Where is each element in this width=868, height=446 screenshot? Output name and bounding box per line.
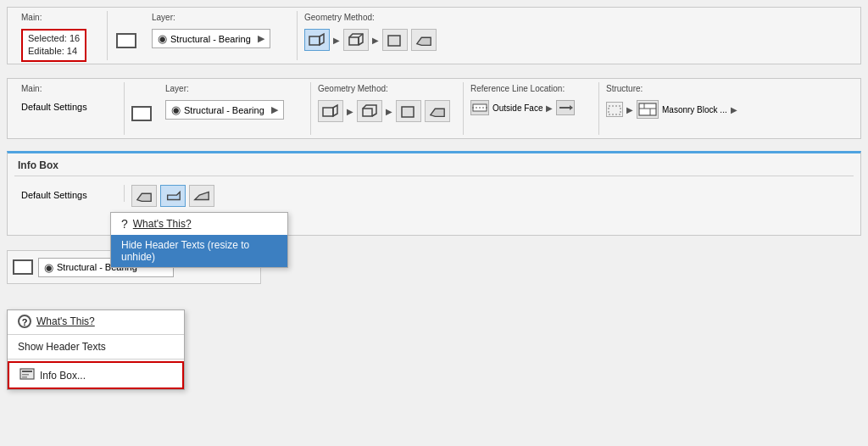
selected-editable-box: Selected: 16 Editable: 14 bbox=[21, 29, 86, 62]
geometry-label-2: Geometry Method: bbox=[318, 84, 456, 93]
svg-rect-9 bbox=[402, 107, 414, 117]
whatsthis-item-infobox[interactable]: ? What's This? bbox=[111, 213, 287, 235]
hide-header-label: Hide Header Texts (resize to unhide) bbox=[121, 239, 277, 263]
infobox-title: Info Box bbox=[14, 157, 854, 176]
structure-arrow: ▶ bbox=[626, 105, 633, 114]
dropdown-arrow: ▶ bbox=[258, 33, 264, 44]
context-menu-bottom: ? What's This? Show Header Texts Info Bo… bbox=[7, 309, 185, 390]
main-section: Main: Selected: 16 Editable: 14 bbox=[14, 11, 108, 60]
geo-icons-top: ▶ ▶ bbox=[304, 29, 460, 51]
question-icon-bottom: ? bbox=[18, 315, 31, 328]
svg-marker-7 bbox=[333, 105, 337, 116]
shape-icon-bottom[interactable] bbox=[13, 259, 33, 275]
infobox-geo-2[interactable] bbox=[160, 185, 186, 207]
geo-icons-2: ▶ ▶ bbox=[318, 100, 456, 122]
svg-rect-14 bbox=[609, 106, 620, 114]
question-icon-infobox: ? bbox=[121, 217, 128, 231]
masonry-arrow: ▶ bbox=[731, 105, 737, 114]
geo-icon-2-3[interactable] bbox=[396, 100, 421, 122]
geo-icon-1[interactable] bbox=[304, 29, 330, 51]
whatsthis-item-bottom[interactable]: ? What's This? bbox=[8, 310, 184, 332]
svg-rect-20 bbox=[22, 371, 32, 372]
geo-arrow-2-2: ▶ bbox=[386, 107, 392, 116]
masonry-icon bbox=[637, 100, 659, 119]
geometry-section-2: Geometry Method: ▶ ▶ bbox=[311, 82, 464, 135]
layer-dropdown-top[interactable]: ◉ Structural - Bearing ▶ bbox=[152, 29, 270, 48]
geo-icon-4[interactable] bbox=[411, 29, 437, 51]
geometry-section-top: Geometry Method: ▶ ▶ bbox=[298, 11, 467, 60]
main-label-2: Main: bbox=[21, 84, 117, 93]
geo-arrow-2-1: ▶ bbox=[347, 107, 353, 116]
structure-icon-1 bbox=[606, 102, 623, 117]
second-panel: Main: Default Settings Layer: ◉ Structur… bbox=[7, 78, 861, 139]
context-menu-infobox: ? What's This? Hide Header Texts (resize… bbox=[110, 212, 288, 268]
infobox-main-section: Default Settings bbox=[14, 185, 125, 202]
shape-icon-2[interactable] bbox=[131, 106, 152, 121]
ref-line-icon bbox=[470, 100, 489, 115]
menu-divider-1 bbox=[8, 334, 184, 335]
whatsthis-label-bottom: What's This? bbox=[36, 315, 95, 327]
geo-icon-3[interactable] bbox=[382, 29, 408, 51]
svg-rect-22 bbox=[22, 376, 27, 378]
infobox-menu-label: Info Box... bbox=[40, 370, 86, 382]
svg-marker-1 bbox=[320, 34, 324, 45]
whatsthis-label-infobox: What's This? bbox=[133, 218, 192, 230]
dropdown-arrow-2: ▶ bbox=[271, 104, 278, 115]
eye-icon: ◉ bbox=[158, 32, 167, 45]
geo-icon-2-4[interactable] bbox=[425, 100, 450, 122]
geometry-label-top: Geometry Method: bbox=[304, 13, 460, 22]
eye-icon-bottom: ◉ bbox=[44, 261, 53, 274]
ref-line-label: Reference Line Location: bbox=[470, 84, 592, 93]
ref-line-icon-2 bbox=[556, 100, 575, 115]
svg-rect-6 bbox=[323, 108, 333, 116]
menu-divider-2 bbox=[8, 359, 184, 360]
hide-header-item[interactable]: Hide Header Texts (resize to unhide) bbox=[111, 235, 287, 267]
infobox-geo-3[interactable] bbox=[189, 185, 214, 207]
structure-section: Structure: ▶ Masonry Block ... ▶ bbox=[599, 82, 744, 135]
svg-rect-2 bbox=[349, 37, 359, 45]
editable-count: Editable: 14 bbox=[28, 45, 80, 58]
infobox-geo-1[interactable] bbox=[131, 185, 157, 207]
geo-arrow-2: ▶ bbox=[372, 36, 379, 45]
infobox-default-settings: Default Settings bbox=[21, 190, 117, 200]
infobox-item[interactable]: Info Box... bbox=[8, 361, 184, 389]
layer-label-top: Layer: bbox=[152, 13, 290, 22]
layer-name-2: Structural - Bearing bbox=[184, 105, 264, 115]
main-label: Main: bbox=[21, 13, 100, 22]
ref-line-name: Outside Face bbox=[492, 103, 542, 113]
geo-icon-2-1[interactable] bbox=[318, 100, 343, 122]
show-header-label: Show Header Texts bbox=[18, 341, 106, 353]
ref-line-arrow: ▶ bbox=[546, 103, 553, 113]
svg-rect-15 bbox=[639, 103, 656, 115]
infobox-menu-icon bbox=[19, 367, 35, 383]
layer-name-top: Structural - Bearing bbox=[170, 34, 251, 44]
shape-icon[interactable] bbox=[116, 33, 136, 48]
geo-arrow-1: ▶ bbox=[333, 36, 340, 45]
geo-icon-2[interactable] bbox=[343, 29, 369, 51]
infobox-geo-icons bbox=[131, 185, 214, 207]
svg-rect-8 bbox=[363, 109, 372, 116]
default-settings-2: Default Settings bbox=[21, 102, 117, 112]
main-section-2: Main: Default Settings bbox=[14, 82, 125, 135]
layer-label-2: Layer: bbox=[165, 84, 303, 93]
layer-section-2: Layer: ◉ Structural - Bearing ▶ bbox=[159, 82, 311, 135]
layer-section-top: Layer: ◉ Structural - Bearing ▶ bbox=[145, 11, 298, 60]
svg-rect-5 bbox=[388, 36, 400, 46]
layer-dropdown-2[interactable]: ◉ Structural - Bearing ▶ bbox=[165, 100, 284, 120]
svg-rect-21 bbox=[22, 374, 29, 376]
geo-icon-2-2[interactable] bbox=[357, 100, 382, 122]
svg-marker-13 bbox=[570, 105, 573, 110]
svg-rect-0 bbox=[309, 36, 320, 45]
ref-line-section: Reference Line Location: Outside Face ▶ bbox=[464, 82, 599, 135]
top-panel: Main: Selected: 16 Editable: 14 Layer: ◉… bbox=[7, 7, 861, 64]
show-header-item[interactable]: Show Header Texts bbox=[8, 337, 184, 357]
structure-label: Structure: bbox=[606, 84, 737, 93]
eye-icon-2: ◉ bbox=[171, 103, 181, 116]
masonry-name: Masonry Block ... bbox=[662, 105, 727, 114]
selected-count: Selected: 16 bbox=[28, 32, 80, 45]
